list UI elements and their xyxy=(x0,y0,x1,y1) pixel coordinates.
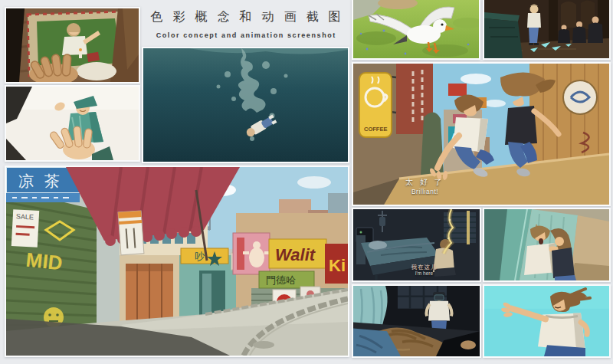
tile-street-concept[interactable]: 吵 宏 Walit Ki xyxy=(5,166,349,357)
tile-kneeling-hall[interactable] xyxy=(483,0,611,60)
hospital-art xyxy=(353,209,480,280)
tile-sleeping-hair[interactable] xyxy=(352,284,481,358)
tile-cyan-fall[interactable] xyxy=(483,284,611,358)
sleeping-hair-art xyxy=(353,286,480,356)
svg-text:Ki: Ki xyxy=(329,256,346,275)
svg-text:凉茶: 凉茶 xyxy=(18,172,70,189)
rooftop-jump-art: ALL COFFEE xyxy=(353,64,609,205)
svg-text:吵: 吵 xyxy=(195,251,205,262)
tile-seagull[interactable] xyxy=(352,0,480,60)
tile-hospital-night[interactable]: 我在这儿 I'm here xyxy=(352,208,481,282)
tile-reaching-hand[interactable] xyxy=(5,85,140,162)
doorway-hug-art xyxy=(484,209,609,280)
framed-painting-art xyxy=(6,8,139,82)
svg-text:門德哈: 門德哈 xyxy=(266,274,296,286)
street-sign-sumo xyxy=(233,233,270,274)
coffee-sign: COFFEE xyxy=(359,73,396,137)
concept-art-board: 色彩概念和动画截图 Color concept and animation sc… xyxy=(0,0,613,364)
street-art: 吵 宏 Walit Ki xyxy=(6,167,348,356)
tile-framed-painting[interactable] xyxy=(5,7,140,84)
svg-text:SALE: SALE xyxy=(16,212,34,221)
svg-text:MID: MID xyxy=(25,248,64,275)
underwater-art xyxy=(143,48,348,162)
tile-rooftop-jump[interactable]: ALL COFFEE xyxy=(352,62,611,206)
street-sign-walit: Walit xyxy=(269,239,326,268)
cyan-fall-art xyxy=(484,286,609,356)
board-title-chinese: 色彩概念和动画截图 xyxy=(142,9,359,25)
reaching-hand-art xyxy=(6,87,139,160)
street-sale-poster: SALE xyxy=(11,209,39,248)
svg-text:COFFEE: COFFEE xyxy=(364,126,387,133)
board-title-english: Color concept and animation screenshot xyxy=(142,31,351,39)
svg-text:Walit: Walit xyxy=(275,245,316,264)
street-hanging-sign xyxy=(118,211,144,255)
kneeling-hall-art xyxy=(484,0,609,58)
street-sign-ki: Ki xyxy=(325,244,348,284)
seagull-art xyxy=(353,0,479,58)
tile-doorway-hug[interactable] xyxy=(483,208,611,282)
street-sign-gate: 門德哈 xyxy=(259,271,314,288)
board-title-block: 色彩概念和动画截图 Color concept and animation sc… xyxy=(142,9,349,39)
tile-underwater-sinking[interactable] xyxy=(142,47,349,163)
